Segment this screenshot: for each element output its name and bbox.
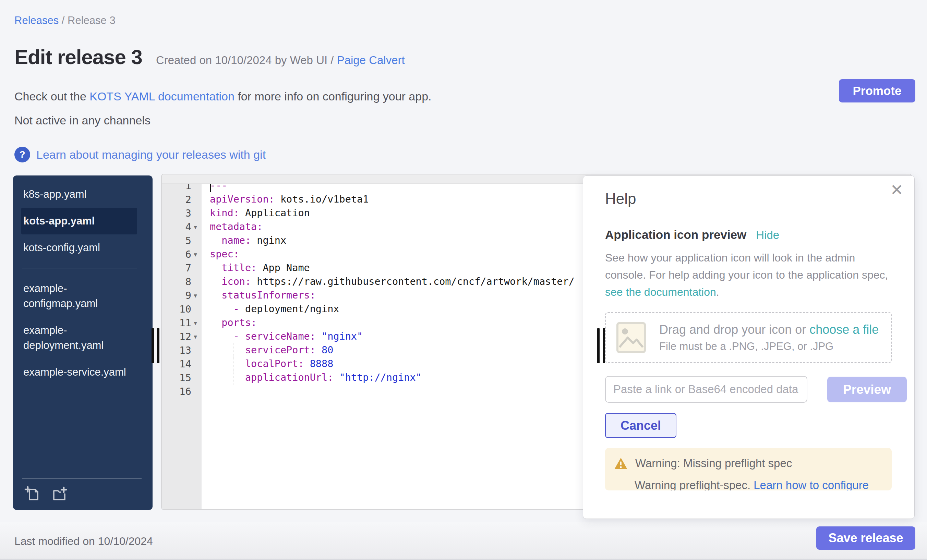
gutter-line-4: 4▾ bbox=[162, 220, 202, 234]
hide-link[interactable]: Hide bbox=[756, 229, 779, 241]
see-documentation-link[interactable]: see the documentation bbox=[605, 286, 716, 298]
help-panel-resize-handle[interactable] bbox=[597, 328, 605, 363]
sidebar-footer-divider bbox=[22, 478, 141, 478]
new-folder-icon[interactable] bbox=[51, 485, 67, 502]
warning-detail-text: Warning preflight-spec. bbox=[635, 479, 754, 490]
author-link[interactable]: Paige Calvert bbox=[337, 54, 405, 67]
new-file-icon[interactable] bbox=[24, 485, 41, 502]
channel-status: Not active in any channels bbox=[14, 114, 150, 127]
gutter-line-13: 13 bbox=[162, 343, 202, 357]
gutter-lines: 1234▾56▾789▾1011▾12▾13141516 bbox=[162, 184, 202, 398]
gutter-line-2: 2 bbox=[162, 193, 202, 206]
save-release-button[interactable]: Save release bbox=[816, 527, 915, 550]
warning-triangle-icon bbox=[614, 457, 628, 470]
description-period: . bbox=[716, 286, 719, 298]
editor-gutter: 1234▾56▾789▾1011▾12▾13141516 bbox=[162, 184, 202, 509]
icon-preview-title: Application icon preview bbox=[605, 228, 746, 241]
breadcrumb: Releases / Release 3 bbox=[14, 14, 115, 27]
gutter-line-9: 9▾ bbox=[162, 288, 202, 302]
title-row: Edit release 3 Created on 10/10/2024 by … bbox=[14, 45, 405, 69]
kots-yaml-doc-link[interactable]: KOTS YAML documentation bbox=[90, 90, 234, 103]
gutter-line-1: 1 bbox=[162, 184, 202, 193]
created-prefix: Created on 10/10/2024 by Web UI / bbox=[156, 54, 337, 67]
gutter-line-8: 8 bbox=[162, 275, 202, 288]
gutter-line-14: 14 bbox=[162, 357, 202, 371]
file-list-divider bbox=[22, 268, 137, 269]
text-cursor bbox=[210, 184, 211, 192]
edit-release-page: Releases / Release 3 Edit release 3 Crea… bbox=[0, 0, 927, 560]
file-item-example-deployment.yaml[interactable]: example-deployment.yaml bbox=[21, 317, 137, 359]
dropzone-filetypes: File must be a .PNG, .JPEG, or .JPG bbox=[659, 340, 879, 353]
gutter-line-16: 16 bbox=[162, 384, 202, 398]
gutter-line-11: 11▾ bbox=[162, 316, 202, 330]
fold-arrow-icon[interactable]: ▾ bbox=[191, 291, 199, 299]
fold-arrow-icon[interactable]: ▾ bbox=[191, 333, 199, 341]
gutter-line-5: 5 bbox=[162, 234, 202, 247]
help-panel: ✕ Help Application icon preview Hide See… bbox=[583, 176, 915, 519]
breadcrumb-separator: / bbox=[59, 14, 68, 26]
warning-text: Warning: Missing preflight spec bbox=[635, 457, 792, 470]
sidebar-resize-handle[interactable] bbox=[152, 328, 160, 363]
last-modified: Last modified on 10/10/2024 bbox=[14, 522, 153, 560]
preflight-warning: Warning: Missing preflight spec Warning … bbox=[605, 448, 892, 490]
fold-arrow-icon[interactable]: ▾ bbox=[191, 319, 199, 327]
image-placeholder-icon bbox=[616, 322, 646, 354]
close-icon[interactable]: ✕ bbox=[890, 182, 903, 198]
git-releases-link[interactable]: Learn about managing your releases with … bbox=[36, 148, 266, 161]
gutter-line-7: 7 bbox=[162, 261, 202, 275]
icon-url-input[interactable] bbox=[605, 376, 807, 403]
file-item-example-configmap.yaml[interactable]: example-configmap.yaml bbox=[21, 275, 137, 317]
icon-preview-section-head: Application icon preview Hide bbox=[605, 228, 779, 241]
file-browser-sidebar: k8s-app.yamlkots-app.yamlkots-config.yam… bbox=[13, 176, 153, 510]
file-item-example-service.yaml[interactable]: example-service.yaml bbox=[21, 359, 137, 385]
fold-arrow-icon[interactable]: ▾ bbox=[191, 223, 199, 231]
breadcrumb-releases-link[interactable]: Releases bbox=[14, 14, 59, 26]
warning-detail: Warning preflight-spec. Learn how to con… bbox=[635, 479, 883, 490]
gutter-line-6: 6▾ bbox=[162, 247, 202, 261]
file-item-k8s-app.yaml[interactable]: k8s-app.yaml bbox=[21, 181, 137, 208]
breadcrumb-current: Release 3 bbox=[68, 14, 115, 26]
git-help-row: ? Learn about managing your releases wit… bbox=[14, 147, 266, 162]
dropzone-text: Drag and drop your icon or choose a file… bbox=[659, 322, 879, 353]
learn-configure-link[interactable]: Learn how to configure bbox=[754, 479, 869, 490]
gutter-line-3: 3 bbox=[162, 206, 202, 220]
icon-preview-description: See how your application icon will look … bbox=[605, 249, 898, 300]
dropzone-label: Drag and drop your icon or bbox=[659, 322, 809, 337]
created-info: Created on 10/10/2024 by Web UI / Paige … bbox=[156, 54, 405, 67]
sidebar-footer bbox=[13, 478, 153, 510]
icon-dropzone[interactable]: Drag and drop your icon or choose a file… bbox=[605, 312, 892, 363]
help-panel-title: Help bbox=[605, 190, 636, 207]
doc-line-pre: Check out the bbox=[14, 90, 90, 103]
gutter-line-15: 15 bbox=[162, 371, 202, 384]
preview-button[interactable]: Preview bbox=[827, 376, 907, 402]
doc-line-post: for more info on configuring your app. bbox=[234, 90, 432, 103]
question-circle-icon: ? bbox=[14, 147, 30, 162]
doc-line: Check out the KOTS YAML documentation fo… bbox=[14, 90, 432, 103]
choose-file-link[interactable]: choose a file bbox=[809, 322, 879, 337]
footer-bar: Last modified on 10/10/2024 Save release bbox=[0, 522, 927, 560]
file-item-kots-app.yaml[interactable]: kots-app.yaml bbox=[21, 208, 137, 234]
gutter-line-10: 10 bbox=[162, 302, 202, 316]
cancel-button[interactable]: Cancel bbox=[605, 413, 676, 438]
fold-arrow-icon[interactable]: ▾ bbox=[191, 250, 199, 258]
file-item-kots-config.yaml[interactable]: kots-config.yaml bbox=[21, 234, 137, 261]
page-title: Edit release 3 bbox=[14, 45, 142, 69]
gutter-line-12: 12▾ bbox=[162, 330, 202, 343]
description-text: See how your application icon will look … bbox=[605, 252, 888, 281]
file-list: k8s-app.yamlkots-app.yamlkots-config.yam… bbox=[13, 181, 153, 478]
promote-button[interactable]: Promote bbox=[839, 79, 915, 102]
